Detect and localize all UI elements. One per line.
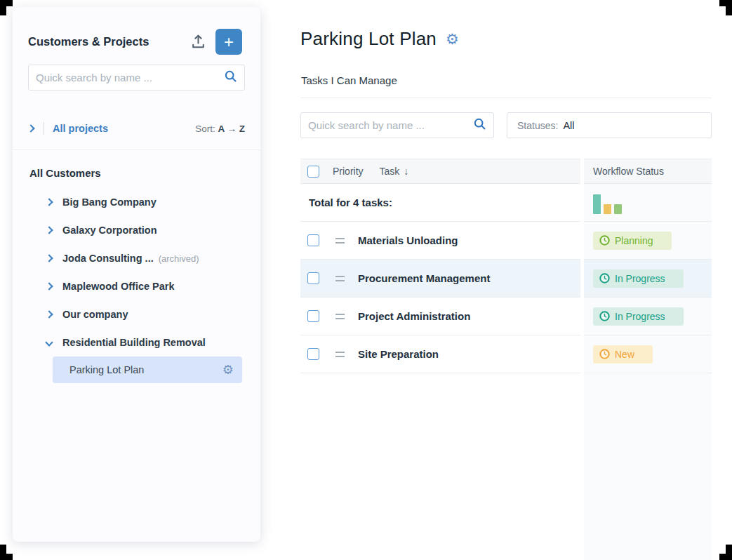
chevron-right-icon bbox=[45, 310, 53, 318]
customer-item-big-bang-company[interactable]: Big Bang Company bbox=[13, 188, 260, 216]
all-projects-label: All projects bbox=[53, 123, 108, 134]
divider bbox=[44, 122, 44, 135]
chevron-right-icon bbox=[45, 226, 53, 234]
corner-mark-bottom-left bbox=[0, 545, 13, 560]
sort-label: Sort: bbox=[195, 124, 215, 134]
sidebar-title: Customers & Projects bbox=[28, 35, 149, 48]
sidebar-item-parking-lot-plan[interactable]: Parking Lot Plan ⚙ bbox=[53, 356, 242, 383]
customer-name: Maplewood Office Park bbox=[62, 281, 175, 292]
customer-name: Our company bbox=[62, 309, 128, 320]
task-link[interactable]: Site Preparation bbox=[358, 348, 439, 360]
tasks-table-header: Priority Task ↓ bbox=[300, 159, 580, 184]
page-title-row: Parking Lot Plan ⚙ bbox=[300, 28, 459, 50]
customers-list: Big Bang Company Galaxy Corporation Joda… bbox=[13, 188, 260, 356]
customer-item-residential-building-removal[interactable]: Residential Building Removal bbox=[13, 328, 260, 356]
search-icon[interactable] bbox=[473, 117, 486, 133]
clock-icon bbox=[599, 273, 610, 284]
row-checkbox[interactable] bbox=[307, 310, 319, 322]
task-link[interactable]: Materials Unloading bbox=[358, 234, 458, 246]
task-search-box bbox=[300, 112, 494, 138]
status-bar-in-progress bbox=[593, 194, 601, 214]
drag-handle-icon[interactable] bbox=[335, 276, 345, 281]
divider bbox=[300, 98, 712, 98]
corner-mark-top-right bbox=[719, 0, 732, 15]
task-search-input[interactable] bbox=[308, 119, 473, 131]
customer-name: Residential Building Removal bbox=[62, 337, 206, 348]
row-checkbox[interactable] bbox=[307, 272, 319, 284]
project-settings-gear-icon[interactable]: ⚙ bbox=[446, 32, 459, 46]
clock-icon bbox=[599, 311, 610, 321]
corner-mark-bottom-right bbox=[719, 545, 732, 560]
total-label: Total for 4 tasks: bbox=[307, 196, 392, 208]
column-task: Task bbox=[380, 166, 400, 177]
status-badge-in-progress[interactable]: In Progress bbox=[593, 307, 684, 326]
project-settings-gear-icon[interactable]: ⚙ bbox=[222, 364, 234, 376]
statuses-filter-dropdown[interactable]: Statuses: All bbox=[507, 112, 712, 138]
status-label: In Progress bbox=[615, 311, 665, 322]
chevron-right-icon bbox=[45, 198, 53, 206]
task-row-site-preparation: Site Preparation bbox=[300, 335, 580, 373]
drag-handle-icon[interactable] bbox=[335, 314, 345, 319]
status-cell: In Progress bbox=[584, 298, 712, 335]
expand-all-chevron-icon[interactable] bbox=[27, 124, 34, 132]
status-badge-planning[interactable]: Planning bbox=[593, 232, 672, 250]
customer-item-galaxy-corporation[interactable]: Galaxy Corporation bbox=[13, 216, 260, 244]
drag-handle-icon[interactable] bbox=[335, 352, 345, 357]
total-row: Total for 4 tasks: bbox=[300, 184, 580, 222]
status-cell: New bbox=[584, 335, 712, 373]
workflow-status-header: Workflow Status bbox=[584, 159, 712, 184]
clock-icon bbox=[599, 349, 610, 359]
sidebar-search-input[interactable] bbox=[36, 72, 224, 84]
all-customers-header: All Customers bbox=[29, 167, 101, 179]
status-summary-cell bbox=[584, 184, 712, 222]
task-link[interactable]: Procurement Management bbox=[358, 272, 490, 284]
archived-note: (archived) bbox=[159, 253, 199, 264]
divider bbox=[13, 149, 260, 150]
task-row-procurement-management: Procurement Management bbox=[300, 260, 580, 298]
status-badge-new[interactable]: New bbox=[593, 345, 653, 364]
clock-icon bbox=[599, 235, 610, 246]
task-row-project-administration: Project Administration bbox=[300, 298, 580, 335]
tasks-table: Priority Task ↓ Total for 4 tasks: Mater… bbox=[300, 159, 580, 373]
search-icon[interactable] bbox=[224, 69, 237, 86]
sort-control[interactable]: Sort: A → Z bbox=[195, 124, 245, 134]
sort-descending-icon: ↓ bbox=[404, 166, 408, 177]
select-all-checkbox[interactable] bbox=[307, 166, 319, 178]
customer-name: Big Bang Company bbox=[62, 196, 157, 208]
task-link[interactable]: Project Administration bbox=[358, 310, 470, 322]
column-priority[interactable]: Priority bbox=[333, 166, 364, 177]
add-project-button[interactable]: + bbox=[215, 29, 242, 55]
app-window: Customers & Projects + All projects bbox=[0, 0, 732, 560]
customer-item-maplewood-office-park[interactable]: Maplewood Office Park bbox=[13, 272, 260, 300]
upload-icon bbox=[189, 33, 207, 53]
workflow-status-column: Workflow Status Planning In Progress bbox=[584, 159, 712, 560]
customer-item-joda-consulting[interactable]: Joda Consulting ... (archived) bbox=[13, 244, 260, 272]
customers-projects-sidebar: Customers & Projects + All projects bbox=[13, 7, 260, 542]
column-task-sort[interactable]: Task ↓ bbox=[380, 166, 409, 177]
statuses-value: All bbox=[563, 120, 574, 131]
chevron-right-icon bbox=[45, 254, 53, 262]
all-projects-dropdown[interactable]: All projects bbox=[53, 123, 119, 134]
customer-name: Joda Consulting ... bbox=[62, 253, 154, 264]
sort-value: A → Z bbox=[218, 124, 246, 134]
status-cell: In Progress bbox=[584, 260, 712, 298]
status-cell: Planning bbox=[584, 222, 712, 260]
page-title: Parking Lot Plan bbox=[300, 28, 437, 50]
chevron-down-icon bbox=[45, 338, 53, 346]
task-row-materials-unloading: Materials Unloading bbox=[300, 222, 580, 260]
sidebar-search-box bbox=[28, 65, 245, 91]
upload-button[interactable] bbox=[187, 32, 208, 53]
row-checkbox[interactable] bbox=[307, 348, 319, 360]
main-content: Parking Lot Plan ⚙ Tasks I Can Manage St… bbox=[300, 0, 712, 560]
projects-filter-row: All projects Sort: A → Z bbox=[28, 119, 245, 138]
status-bar-planning bbox=[614, 204, 622, 214]
row-checkbox[interactable] bbox=[307, 234, 319, 246]
status-label: Planning bbox=[615, 235, 653, 246]
customer-name: Galaxy Corporation bbox=[62, 225, 157, 236]
project-name: Parking Lot Plan bbox=[69, 364, 144, 375]
drag-handle-icon[interactable] bbox=[335, 238, 345, 244]
corner-mark-top-left bbox=[0, 0, 13, 15]
status-badge-in-progress[interactable]: In Progress bbox=[593, 269, 684, 288]
statuses-label: Statuses: bbox=[517, 120, 558, 131]
customer-item-our-company[interactable]: Our company bbox=[13, 300, 260, 328]
